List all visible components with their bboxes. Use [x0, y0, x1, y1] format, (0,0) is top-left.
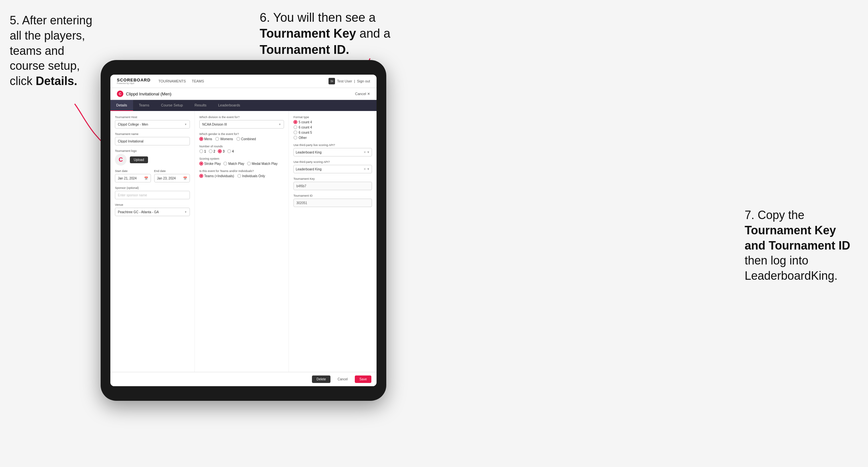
sign-out-link[interactable]: Sign out: [357, 79, 370, 83]
tournament-host-group: Tournament Host Clippd College - Men ▼: [115, 116, 190, 128]
content-area: Tournament Host Clippd College - Men ▼ T…: [111, 111, 376, 372]
scoring-medal-dot: [247, 162, 251, 165]
rounds-label: Number of rounds: [199, 145, 284, 148]
tab-results[interactable]: Results: [189, 100, 212, 111]
gender-womens[interactable]: Womens: [215, 137, 233, 141]
sponsor-group: Sponsor (optional) Enter sponsor name: [115, 186, 190, 199]
tournament-key-label: Tournament Key: [293, 177, 372, 181]
gender-group: Which gender is the event for? Mens Wome…: [199, 132, 284, 141]
scoring-group: Scoring system Stroke Play Match Play: [199, 157, 284, 165]
tournament-id-value: 302051: [293, 198, 372, 207]
tabs-bar: Details Teams Course Setup Results Leade…: [111, 100, 376, 111]
gender-combined-dot: [236, 137, 240, 141]
rounds-3-dot: [218, 149, 222, 153]
teams-plus-dot: [199, 174, 203, 178]
teams-label: Is this event for Teams and/or Individua…: [199, 169, 284, 173]
gender-combined[interactable]: Combined: [236, 137, 256, 141]
start-date-label: Start date: [115, 169, 151, 173]
rounds-4[interactable]: 4: [227, 149, 234, 153]
gender-mens[interactable]: Mens: [199, 137, 212, 141]
tournament-host-input[interactable]: Clippd College - Men ▼: [115, 120, 190, 128]
teams-radio-group: Teams (+Individuals) Individuals Only: [199, 174, 284, 178]
venue-label: Venue: [115, 203, 190, 207]
tournament-name-group: Tournament name Clippd Invitational: [115, 132, 190, 145]
venue-input[interactable]: Peachtree GC - Atlanta - GA ▼: [115, 208, 190, 216]
scoring-match[interactable]: Match Play: [223, 162, 244, 165]
tournament-name-input[interactable]: Clippd Invitational: [115, 137, 190, 145]
format-5count4-dot: [293, 120, 297, 124]
api-scoring-label: Use third-party scoring API?: [293, 160, 372, 163]
sponsor-label: Sponsor (optional): [115, 186, 190, 189]
annotation-left: 5. After entering all the players, teams…: [10, 13, 94, 89]
rounds-1-dot: [199, 149, 203, 153]
save-button[interactable]: Save: [355, 375, 371, 383]
tournament-id-label: Tournament ID: [293, 194, 372, 197]
annotation-right: 7. Copy the Tournament Key and Tournamen…: [745, 208, 855, 284]
gender-womens-dot: [215, 137, 219, 141]
format-6count4[interactable]: 6 count 4: [293, 125, 372, 129]
nav-tournaments[interactable]: TOURNAMENTS: [158, 79, 186, 83]
end-date-input[interactable]: Jan 23, 2024 📅: [154, 174, 190, 182]
teams-group: Is this event for Teams and/or Individua…: [199, 169, 284, 178]
api-live-input[interactable]: Leaderboard King ✕ ▼: [293, 148, 372, 156]
logo-upload-area: C Upload: [115, 154, 190, 165]
middle-column: Which division is the event for? NCAA Di…: [195, 111, 289, 372]
teams-plus[interactable]: Teams (+Individuals): [199, 174, 234, 178]
rounds-2[interactable]: 2: [209, 149, 216, 153]
scoring-medal[interactable]: Medal Match Play: [247, 162, 278, 165]
rounds-1[interactable]: 1: [199, 149, 206, 153]
tournament-id-group: Tournament ID 302051: [293, 194, 372, 207]
venue-group: Venue Peachtree GC - Atlanta - GA ▼: [115, 203, 190, 216]
sponsor-input[interactable]: Enter sponsor name: [115, 191, 190, 199]
rounds-3[interactable]: 3: [218, 149, 225, 153]
right-column: Format type 5 count 4 6 count 4 6 cou: [289, 111, 376, 372]
left-column: Tournament Host Clippd College - Men ▼ T…: [111, 111, 195, 372]
upload-button[interactable]: Upload: [130, 156, 148, 163]
tournament-host-label: Tournament Host: [115, 116, 190, 119]
logo-preview: C: [115, 154, 127, 165]
rounds-radio-group: 1 2 3 4: [199, 149, 284, 153]
scoring-stroke[interactable]: Stroke Play: [199, 162, 221, 165]
date-row: Start date Jan 21, 2024 📅 End date Jan 2…: [115, 169, 190, 182]
format-6count5[interactable]: 6 count 5: [293, 130, 372, 134]
tablet: SCOREBOARD Powered by clipd TOURNAMENTS …: [101, 60, 386, 401]
cancel-button[interactable]: Cancel: [333, 375, 352, 383]
teams-individuals[interactable]: Individuals Only: [237, 174, 265, 178]
cancel-tournament-btn[interactable]: Cancel ✕: [355, 92, 370, 96]
format-group: Format type 5 count 4 6 count 4 6 cou: [293, 116, 372, 139]
delete-button[interactable]: Delete: [312, 375, 331, 383]
scoring-match-dot: [223, 162, 227, 165]
logo-sub: Powered by clipd: [117, 82, 151, 84]
tab-details[interactable]: Details: [111, 100, 133, 111]
teams-individuals-dot: [237, 174, 241, 178]
format-other[interactable]: Other: [293, 136, 372, 139]
tab-course-setup[interactable]: Course Setup: [155, 100, 189, 111]
tablet-screen: SCOREBOARD Powered by clipd TOURNAMENTS …: [111, 75, 376, 386]
api-live-group: Use third-party live scoring API? Leader…: [293, 144, 372, 156]
start-date-group: Start date Jan 21, 2024 📅: [115, 169, 151, 182]
gender-mens-dot: [199, 137, 203, 141]
user-icon: SI: [329, 78, 335, 84]
division-label: Which division is the event for?: [199, 116, 284, 119]
tournament-name-label: Tournament name: [115, 132, 190, 136]
nav-teams[interactable]: TEAMS: [192, 79, 204, 83]
tournament-logo-group: Tournament logo C Upload: [115, 149, 190, 165]
api-live-label: Use third-party live scoring API?: [293, 144, 372, 147]
annotation-top: 6. You will then see a Tournament Key an…: [260, 10, 455, 58]
rounds-2-dot: [209, 149, 213, 153]
tournament-name: Clippd Invitational (Men): [126, 92, 172, 96]
tab-teams[interactable]: Teams: [133, 100, 155, 111]
tab-leaderboards[interactable]: Leaderboards: [212, 100, 246, 111]
header-right: SI Test User | Sign out: [329, 78, 370, 84]
app-logo: SCOREBOARD Powered by clipd: [117, 78, 151, 84]
rounds-group: Number of rounds 1 2 3: [199, 145, 284, 153]
api-scoring-input[interactable]: Leaderboard King ✕ ▼: [293, 165, 372, 173]
gender-radio-group: Mens Womens Combined: [199, 137, 284, 141]
scoring-label: Scoring system: [199, 157, 284, 160]
scoring-radio-group: Stroke Play Match Play Medal Match Play: [199, 162, 284, 165]
format-5count4[interactable]: 5 count 4: [293, 120, 372, 124]
format-radio-group: 5 count 4 6 count 4 6 count 5 Other: [293, 120, 372, 139]
start-date-input[interactable]: Jan 21, 2024 📅: [115, 174, 151, 182]
format-other-dot: [293, 136, 297, 139]
division-input[interactable]: NCAA Division III ▼: [199, 120, 284, 128]
